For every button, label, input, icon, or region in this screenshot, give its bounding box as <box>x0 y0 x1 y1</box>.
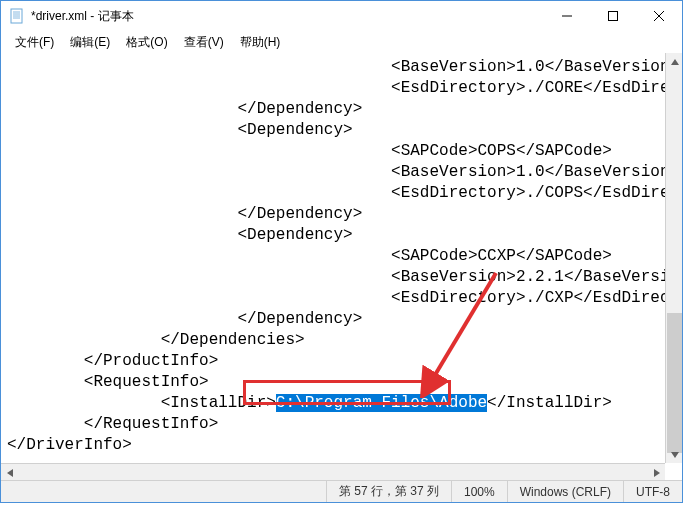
maximize-button[interactable] <box>590 1 636 31</box>
chevron-right-icon <box>654 469 660 477</box>
chevron-down-icon <box>671 452 679 458</box>
menu-file[interactable]: 文件(F) <box>7 32 62 53</box>
annotation-highlight-box <box>243 380 451 405</box>
window-controls <box>544 1 682 31</box>
status-encoding: UTF-8 <box>623 481 682 502</box>
window-title: *driver.xml - 记事本 <box>31 8 544 25</box>
close-icon <box>654 11 664 21</box>
notepad-icon <box>9 8 25 24</box>
chevron-up-icon <box>671 59 679 65</box>
status-zoom: 100% <box>451 481 507 502</box>
close-button[interactable] <box>636 1 682 31</box>
scroll-up-button[interactable] <box>666 53 682 70</box>
svg-rect-6 <box>609 12 618 21</box>
horizontal-scrollbar[interactable] <box>1 463 665 480</box>
svg-marker-13 <box>7 469 13 477</box>
svg-marker-11 <box>671 59 679 65</box>
menu-edit[interactable]: 编辑(E) <box>62 32 118 53</box>
menu-format[interactable]: 格式(O) <box>118 32 175 53</box>
scroll-thumb[interactable] <box>667 313 682 453</box>
text-editor[interactable]: <BaseVersion>1.0</BaseVersion> <EsdDirec… <box>1 53 682 480</box>
menu-view[interactable]: 查看(V) <box>176 32 232 53</box>
svg-marker-14 <box>654 469 660 477</box>
svg-marker-12 <box>671 452 679 458</box>
chevron-left-icon <box>7 469 13 477</box>
editor-content: <BaseVersion>1.0</BaseVersion> <EsdDirec… <box>1 53 682 480</box>
minimize-icon <box>562 11 572 21</box>
menubar: 文件(F) 编辑(E) 格式(O) 查看(V) 帮助(H) <box>1 31 682 53</box>
menu-help[interactable]: 帮助(H) <box>232 32 289 53</box>
scroll-down-button[interactable] <box>666 446 682 463</box>
status-line-ending: Windows (CRLF) <box>507 481 623 502</box>
notepad-window: *driver.xml - 记事本 文件(F) 编辑(E) 格式(O) 查看(V… <box>0 0 683 503</box>
scroll-right-button[interactable] <box>648 464 665 480</box>
maximize-icon <box>608 11 618 21</box>
titlebar: *driver.xml - 记事本 <box>1 1 682 31</box>
status-position: 第 57 行，第 37 列 <box>326 481 451 502</box>
vertical-scrollbar[interactable] <box>665 53 682 463</box>
minimize-button[interactable] <box>544 1 590 31</box>
statusbar: 第 57 行，第 37 列 100% Windows (CRLF) UTF-8 <box>1 480 682 502</box>
scroll-left-button[interactable] <box>1 464 18 480</box>
